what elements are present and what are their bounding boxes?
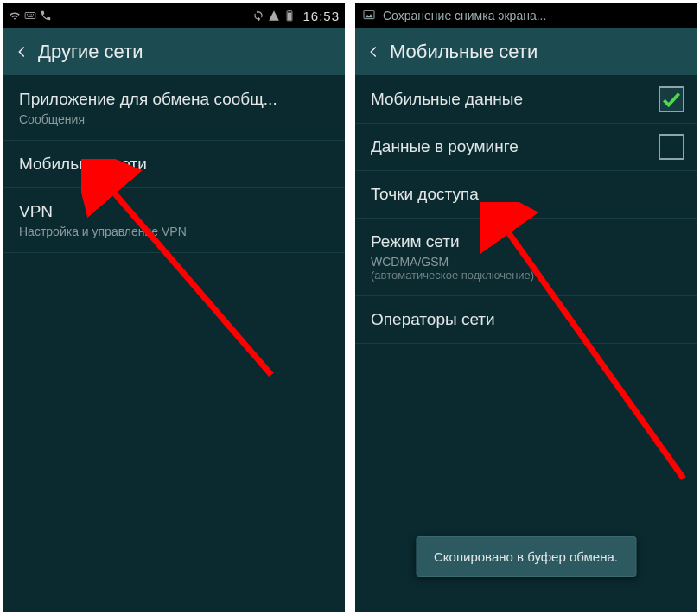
status-time: 16:53 [302,9,340,23]
status-bar: 16:53 [3,3,345,28]
banner-text: Сохранение снимка экрана... [383,9,546,22]
sync-icon [252,10,264,22]
screenshot-banner: Сохранение снимка экрана... [355,3,697,28]
svg-rect-2 [29,14,29,15]
keyboard-icon [24,10,36,22]
header-title: Другие сети [38,41,143,63]
row-mobile-data[interactable]: Мобильные данные [355,76,697,124]
row-access-points[interactable]: Точки доступа [355,171,697,219]
header-title: Мобильные сети [390,41,538,63]
svg-rect-8 [289,10,290,11]
checkbox-mobile-data[interactable] [659,86,684,112]
svg-rect-0 [25,13,35,19]
header-bar: Мобильные сети [355,28,697,76]
phone-screen-left: 16:53 Другие сети Приложение для обмена … [3,3,345,612]
row-vpn[interactable]: VPN Настройка и управление VPN [3,188,345,253]
back-button[interactable] [366,44,381,60]
svg-rect-4 [33,14,34,15]
signal-icon [268,10,280,22]
battery-icon [283,10,296,22]
row-messaging-app[interactable]: Приложение для обмена сообщ... Сообщения [3,76,345,141]
settings-list: Приложение для обмена сообщ... Сообщения… [3,76,345,612]
phone-screen-right: Сохранение снимка экрана... Мобильные се… [355,3,697,612]
wifi-icon [9,10,21,22]
toast-clipboard: Скопировано в буфер обмена. [416,536,636,577]
image-icon [362,8,376,24]
header-bar: Другие сети [3,28,345,76]
svg-rect-7 [288,13,292,21]
checkbox-roaming[interactable] [659,134,684,160]
row-mobile-networks[interactable]: Мобильные сети [3,141,345,188]
row-network-operators[interactable]: Операторы сети [355,296,697,344]
phone-icon [40,10,52,22]
back-button[interactable] [14,44,29,60]
svg-rect-1 [27,14,28,15]
svg-rect-3 [31,14,32,15]
settings-list: Мобильные данные Данные в роуминге Точки… [355,76,697,612]
svg-rect-5 [28,16,33,17]
row-network-mode[interactable]: Режим сети WCDMA/GSM (автоматическое под… [355,219,697,296]
row-roaming-data[interactable]: Данные в роуминге [355,124,697,171]
